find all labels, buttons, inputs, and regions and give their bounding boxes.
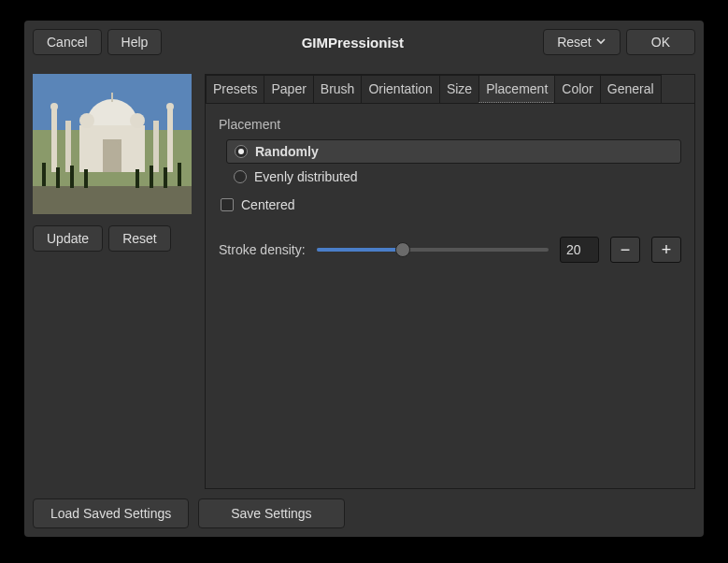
update-button[interactable]: Update [33,225,103,252]
svg-rect-10 [153,121,159,172]
svg-rect-9 [65,121,71,172]
radio-icon [235,145,248,158]
slider-thumb[interactable] [395,242,410,257]
radio-evenly-distributed[interactable]: Evenly distributed [226,166,681,188]
tab-orientation[interactable]: Orientation [361,75,439,103]
tab-bar: Presets Paper Brush Orientation Size Pla… [206,75,694,104]
svg-rect-20 [164,167,167,188]
radio-randomly[interactable]: Randomly [226,139,681,164]
tab-presets[interactable]: Presets [206,75,264,103]
stroke-density-row: Stroke density: 20 − + [219,237,681,263]
svg-point-8 [166,103,174,110]
svg-rect-19 [150,166,153,188]
svg-rect-7 [167,107,173,172]
svg-rect-16 [70,166,74,188]
section-heading: Placement [219,117,681,132]
preview-image [33,74,192,214]
radio-label: Evenly distributed [254,169,358,184]
placement-panel: Placement Randomly Evenly distributed Ce… [206,104,694,276]
increment-button[interactable]: + [651,237,681,263]
tab-size[interactable]: Size [439,75,479,103]
radio-label: Randomly [255,144,319,159]
tab-brush[interactable]: Brush [313,75,363,103]
centered-checkbox-row[interactable]: Centered [221,197,681,212]
footer: Load Saved Settings Save Settings [33,498,695,528]
chevron-down-icon [595,35,607,50]
svg-rect-2 [33,186,192,214]
svg-rect-22 [111,93,113,102]
svg-rect-5 [51,107,57,172]
content-area: Update Reset Presets Paper Brush Orienta… [33,74,695,489]
svg-rect-18 [136,169,139,188]
dialog-title: GIMPressionist [167,35,537,51]
preview-buttons: Update Reset [33,225,171,252]
preview-reset-button[interactable]: Reset [108,225,171,252]
stroke-density-label: Stroke density: [219,242,306,257]
slider-fill [317,248,403,252]
titlebar: Cancel Help GIMPressionist Reset OK [33,29,695,55]
stroke-density-value[interactable]: 20 [560,237,599,263]
tab-placement[interactable]: Placement [478,75,555,103]
tab-paper[interactable]: Paper [264,75,313,103]
svg-point-6 [50,103,58,110]
reset-label: Reset [557,35,592,50]
checkbox-icon [221,198,234,211]
checkbox-label: Centered [241,197,295,212]
svg-rect-15 [56,167,60,188]
reset-dropdown-button[interactable]: Reset [543,29,621,55]
preview-column: Update Reset [33,74,192,489]
svg-point-11 [79,113,94,128]
ok-button[interactable]: OK [626,29,695,55]
tab-general[interactable]: General [600,75,662,103]
svg-point-12 [130,113,145,128]
decrement-button[interactable]: − [610,237,640,263]
load-saved-settings-button[interactable]: Load Saved Settings [33,498,189,528]
stroke-density-slider[interactable] [317,248,549,252]
settings-panel: Presets Paper Brush Orientation Size Pla… [205,74,695,489]
svg-rect-21 [178,163,181,186]
help-button[interactable]: Help [107,29,163,55]
save-settings-button[interactable]: Save Settings [198,498,344,528]
gimpressionist-dialog: Cancel Help GIMPressionist Reset OK [24,21,704,537]
radio-icon [234,170,247,183]
svg-rect-14 [42,163,46,186]
svg-rect-17 [84,169,88,188]
cancel-button[interactable]: Cancel [33,29,102,55]
tab-color[interactable]: Color [554,75,600,103]
